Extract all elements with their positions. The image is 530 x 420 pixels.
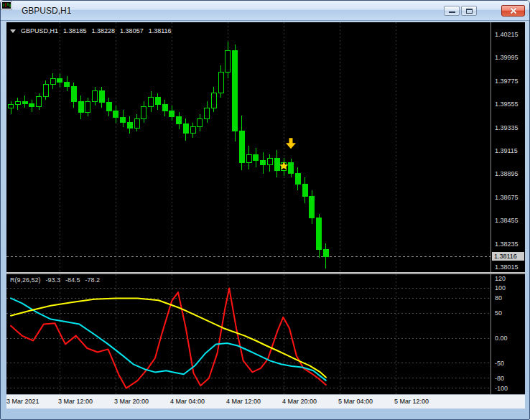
time-axis-label: 3 Mar 2021 (6, 398, 39, 405)
maximize-button[interactable] (461, 6, 477, 16)
candle (261, 152, 266, 173)
candle (43, 80, 48, 100)
candle (93, 87, 98, 106)
time-axis-label: 5 Mar 12:00 (394, 398, 429, 405)
candle (169, 106, 175, 121)
price-axis-label: 1.38015 (495, 263, 519, 271)
indicator-value-slow: -78.2 (85, 276, 101, 284)
ohlc-high: 1.38228 (92, 27, 116, 34)
candle (85, 98, 90, 117)
chart-icon (6, 6, 17, 15)
candle (65, 76, 70, 91)
candle (134, 114, 139, 131)
time-axis-label: 5 Mar 04:00 (338, 398, 373, 405)
price-axis-label: 1.39115 (495, 147, 518, 154)
time-axis-label: 3 Mar 12:00 (58, 398, 93, 405)
sell-arrow-icon[interactable] (286, 138, 296, 149)
candle (205, 101, 210, 122)
indicator-value-mid: -84.5 (65, 276, 80, 284)
candle (149, 91, 154, 112)
candle (50, 73, 55, 89)
candle (162, 100, 167, 117)
candle (127, 116, 132, 134)
price-axis-label: 1.38235 (495, 241, 519, 248)
candle (22, 95, 27, 108)
candle (310, 190, 315, 224)
minimize-button[interactable] (444, 6, 460, 16)
time-axis-label: 4 Mar 12:00 (226, 398, 261, 405)
price-axis-label: 1.38895 (495, 170, 519, 177)
price-axis[interactable]: 1.402151.399951.397751.395551.393351.391… (491, 22, 525, 272)
window-title: GBPUSD,H1 (22, 6, 71, 16)
chart-area: GBPUSD,H1 1.38185 1.38228 1.38057 1.3811… (6, 22, 525, 409)
candle (323, 243, 328, 269)
symbol-period-label: GBPUSD,H1 (21, 27, 58, 34)
candle (106, 98, 111, 117)
price-axis-label: 1.38455 (495, 217, 519, 224)
indicator-axis-label: 80 (495, 294, 502, 302)
candle (218, 65, 223, 97)
candle (254, 148, 259, 167)
candle (15, 98, 20, 111)
ohlc-open: 1.38185 (63, 27, 87, 34)
candle (78, 95, 83, 120)
close-button[interactable] (501, 5, 525, 17)
candle (183, 118, 188, 141)
candle (317, 214, 322, 258)
price-axis-label: 1.39335 (495, 124, 519, 131)
indicator-axis[interactable]: 12010080500.00-50-80-100 (491, 274, 525, 394)
time-axis[interactable]: 3 Mar 20213 Mar 12:003 Mar 20:004 Mar 04… (6, 394, 525, 409)
price-axis-label: 1.39995 (495, 54, 519, 61)
indicator-name: R(9,26,52) (10, 276, 41, 284)
candle (226, 42, 231, 79)
indicator-axis-label: 100 (495, 284, 506, 291)
header-triangle-icon (10, 29, 16, 33)
time-axis-label: 4 Mar 04:00 (170, 398, 205, 405)
indicator-header: R(9,26,52) -93.3 -84.5 -78.2 (10, 276, 100, 284)
candle (121, 110, 126, 127)
candle (190, 123, 195, 138)
candle (155, 93, 160, 111)
candle (267, 154, 272, 172)
time-axis-label: 4 Mar 20:00 (282, 398, 317, 405)
candle (295, 167, 300, 190)
indicator-axis-label: 120 (495, 275, 506, 282)
time-axis-label: 3 Mar 20:00 (114, 398, 149, 405)
candle (302, 177, 307, 202)
candle (99, 87, 104, 108)
price-axis-label: 1.39555 (495, 101, 519, 108)
close-icon (510, 7, 517, 14)
candle (29, 100, 34, 113)
candle (9, 101, 14, 114)
candle (57, 74, 62, 87)
minimize-icon (449, 11, 455, 13)
indicator-value-fast: -93.3 (46, 276, 61, 284)
candle (197, 114, 203, 131)
current-price-tag: 1.38116 (492, 252, 524, 261)
candle (289, 159, 294, 178)
candle (141, 101, 147, 122)
window-titlebar[interactable]: GBPUSD,H1 (1, 1, 529, 21)
candle (246, 146, 251, 169)
candle (37, 93, 42, 111)
candle (239, 116, 244, 171)
candle (211, 87, 216, 112)
indicator-axis-label: -80 (495, 375, 504, 382)
price-axis-label: 1.40215 (495, 31, 519, 38)
price-axis-label: 1.39775 (495, 78, 519, 85)
candle (71, 83, 76, 108)
price-axis-label: 1.38675 (495, 194, 519, 201)
chart-header: GBPUSD,H1 1.38185 1.38228 1.38057 1.3811… (10, 27, 172, 34)
candle (177, 112, 182, 129)
ohlc-close: 1.38116 (149, 27, 172, 34)
candle (274, 150, 279, 177)
candle (113, 106, 118, 123)
maximize-icon (466, 9, 473, 14)
indicator-axis-label: -50 (495, 360, 504, 367)
candle (233, 45, 238, 141)
indicator-plot[interactable]: R(9,26,52) -93.3 -84.5 -78.2 (6, 274, 491, 394)
indicator-axis-label: -100 (495, 385, 508, 392)
main-chart-plot[interactable]: GBPUSD,H1 1.38185 1.38228 1.38057 1.3811… (6, 22, 491, 272)
mt4-chart-window: GBPUSD,H1 GBPUSD,H1 1.38185 1.38228 1.38… (0, 0, 530, 420)
indicator-axis-label: 0.00 (495, 335, 508, 342)
